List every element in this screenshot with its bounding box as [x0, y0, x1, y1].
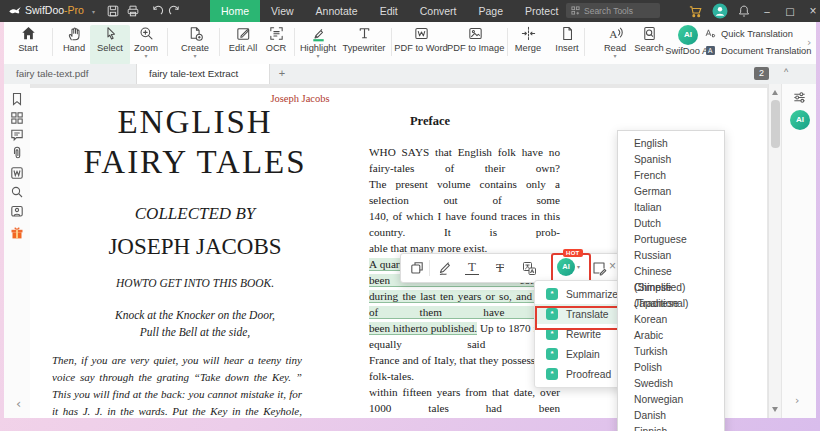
highlight-pen-icon[interactable]	[437, 260, 453, 276]
language-option[interactable]: Dutch	[618, 216, 724, 232]
annotations-icon[interactable]	[9, 127, 25, 143]
menu-page[interactable]: Page	[468, 0, 515, 22]
document-translation-icon: A	[704, 44, 717, 57]
left-page-paragraph: Then, if you are very quiet, you will he…	[52, 352, 302, 418]
language-option[interactable]: Japanese	[618, 296, 724, 312]
language-option[interactable]: Korean	[618, 312, 724, 328]
typewriter-button[interactable]: Typewriter	[338, 25, 390, 53]
snapshot-icon[interactable]	[9, 203, 25, 219]
create-document-icon	[187, 25, 204, 42]
language-option[interactable]: Swedish	[618, 376, 724, 392]
ribbon-expand-chevron[interactable]: ›	[807, 36, 811, 49]
language-option[interactable]: German	[618, 184, 724, 200]
pdf-to-image-button[interactable]: PDF to Image	[447, 25, 503, 53]
word-export-icon[interactable]	[9, 165, 25, 181]
thumbnails-icon[interactable]	[9, 110, 25, 126]
language-option[interactable]: Chinese (Simplified)	[618, 264, 724, 280]
minimize-button[interactable]: –	[760, 6, 774, 17]
gift-icon[interactable]	[9, 225, 25, 241]
tab-fairy-tale-extract-ocr[interactable]: fairy tale-text Extract OCR.pdf *	[136, 64, 270, 84]
app-menu-caret-icon[interactable]: ▾	[92, 8, 95, 15]
read-aloud-icon: A	[607, 25, 624, 42]
start-button[interactable]: Start	[8, 25, 48, 53]
language-option[interactable]: Italian	[618, 200, 724, 216]
new-tab-button[interactable]: +	[274, 66, 290, 82]
menu-view[interactable]: View	[260, 0, 305, 22]
menu-annotate[interactable]: Annotate	[305, 0, 369, 22]
translate-icon[interactable]	[521, 260, 537, 276]
language-option[interactable]: Chinese (Traditional)	[618, 280, 724, 296]
search-tools-placeholder: Search Tools	[584, 6, 633, 16]
expand-panel-chevron[interactable]: ›	[795, 394, 799, 407]
language-option[interactable]: Danish	[618, 408, 724, 424]
popup-close-icon[interactable]: ×	[609, 259, 616, 273]
spark-icon: *	[546, 288, 558, 300]
collected-by-line: COLLECTED BY	[70, 204, 320, 224]
scroll-up-arrow[interactable]	[772, 90, 778, 95]
merge-button[interactable]: Merge	[506, 25, 550, 53]
search-document-icon	[641, 25, 658, 42]
scroll-down-arrow[interactable]	[772, 407, 778, 412]
save-icon[interactable]	[106, 4, 120, 18]
account-avatar[interactable]	[712, 3, 728, 19]
language-option[interactable]: Spanish	[618, 152, 724, 168]
zoom-tool-button[interactable]: Zoom▾	[126, 25, 166, 58]
bookmark-icon[interactable]	[9, 91, 25, 107]
section-heading: HOWTO GET INTO THIS BOOK.	[70, 277, 320, 289]
window-close-button[interactable]: ×	[806, 4, 820, 18]
ai-assistant-panel-button[interactable]: AI	[790, 110, 810, 130]
menu-convert[interactable]: Convert	[409, 0, 468, 22]
note-icon[interactable]	[591, 260, 607, 276]
insert-page-icon	[559, 25, 576, 42]
collapse-ribbon-chevron[interactable]: ^	[784, 67, 788, 77]
language-option[interactable]: French	[618, 168, 724, 184]
document-translation-button[interactable]: A Document Translation	[704, 44, 811, 57]
maximize-button[interactable]: □	[783, 6, 797, 17]
language-option[interactable]: English	[618, 136, 724, 152]
ocr-button[interactable]: OCR	[256, 25, 296, 53]
language-option[interactable]: Turkish	[618, 344, 724, 360]
ai-caret-icon[interactable]: ▾	[577, 263, 580, 270]
language-option[interactable]: Norwegian	[618, 392, 724, 408]
vertical-scrollbar[interactable]	[768, 84, 782, 418]
scrollbar-thumb[interactable]	[771, 100, 780, 148]
underline-icon[interactable]: T	[465, 259, 479, 275]
create-button[interactable]: Create▾	[173, 25, 217, 58]
menu-protect[interactable]: Protect	[514, 0, 569, 22]
popup-ai-button[interactable]: AI	[557, 258, 575, 276]
hand-tool-button[interactable]: Hand	[54, 25, 94, 53]
page-count-badge: 2	[754, 67, 769, 80]
properties-sliders-icon[interactable]	[792, 90, 807, 105]
search-panel-icon[interactable]	[9, 184, 25, 200]
language-option[interactable]: Finnish	[618, 424, 724, 431]
pdf-to-word-button[interactable]: PDF to Word	[393, 25, 449, 53]
svg-text:A: A	[708, 47, 713, 54]
undo-icon[interactable]	[150, 4, 164, 18]
insert-button[interactable]: Insert	[545, 25, 589, 53]
book-title-line1: ENGLISH	[70, 104, 320, 141]
highlight-button[interactable]: Highlight▾	[296, 25, 340, 58]
language-option[interactable]: Polish	[618, 360, 724, 376]
redo-icon[interactable]	[168, 4, 182, 18]
copy-icon[interactable]	[409, 260, 425, 276]
language-option[interactable]: Russian	[618, 248, 724, 264]
menu-edit[interactable]: Edit	[369, 0, 409, 22]
attachment-icon[interactable]	[9, 145, 25, 161]
strikethrough-icon[interactable]: T	[493, 259, 507, 276]
language-option[interactable]: Arabic	[618, 328, 724, 344]
tab-fairy-tale-text[interactable]: fairy tale-text.pdf	[4, 64, 134, 84]
translate-language-menu: English Spanish French German Italian Du…	[617, 130, 725, 431]
previous-page-chevron[interactable]: ‹	[16, 396, 21, 411]
language-option[interactable]: Portuguese	[618, 232, 724, 248]
typewriter-icon	[356, 25, 373, 42]
quick-translation-button[interactable]: Quick Translation	[704, 27, 793, 40]
verse-line1: Knock at the Knocker on the Door,	[70, 309, 320, 321]
menu-home[interactable]: Home	[210, 0, 260, 22]
notification-bell-icon[interactable]	[737, 4, 751, 18]
highlighter-icon	[310, 25, 327, 42]
select-tool-button[interactable]: Select	[90, 25, 130, 65]
svg-text:A: A	[609, 28, 618, 40]
search-tools-input[interactable]: Search Tools	[566, 3, 660, 18]
store-cart-icon[interactable]	[688, 4, 703, 19]
print-icon[interactable]	[126, 4, 140, 18]
